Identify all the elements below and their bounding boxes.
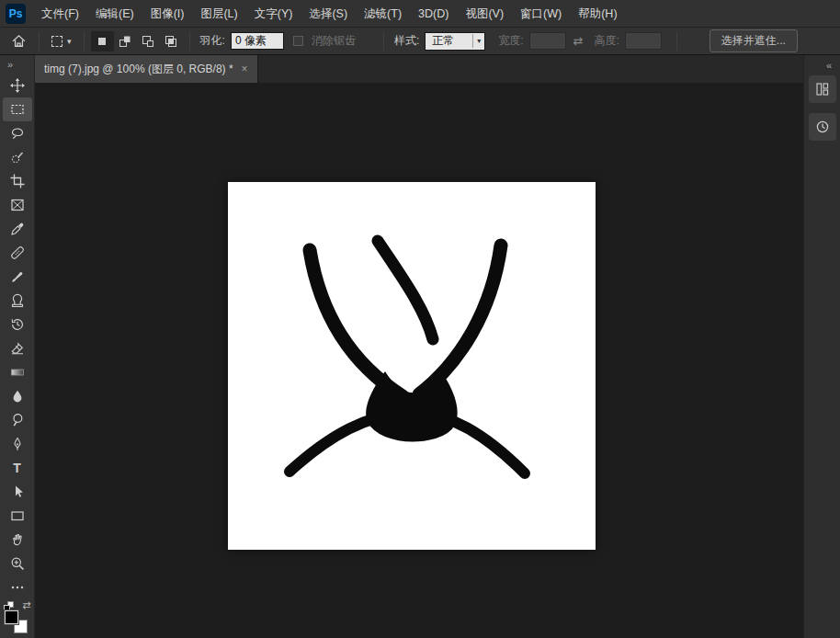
expand-tools-panel-icon[interactable]: »: [0, 55, 34, 74]
zoom-tool-icon: [10, 556, 25, 571]
brush-tool[interactable]: [3, 265, 32, 289]
history-brush-tool-icon: [10, 317, 25, 332]
chevron-down-icon: ▾: [472, 34, 484, 48]
brush-tool-icon: [10, 269, 25, 284]
clone-stamp-tool-icon: [10, 293, 25, 308]
document-image[interactable]: [228, 182, 596, 550]
path-selection-tool-icon: [10, 484, 25, 499]
marquee-preset-icon: [51, 36, 62, 47]
menu-item-view[interactable]: 视图(V): [457, 0, 512, 28]
spot-healing-brush-tool[interactable]: [3, 241, 32, 265]
menu-item-filter[interactable]: 滤镜(T): [356, 0, 410, 28]
eraser-tool-icon: [10, 341, 25, 356]
quick-selection-tool-icon: [10, 150, 25, 165]
eraser-tool[interactable]: [3, 336, 32, 360]
type-tool[interactable]: T: [3, 456, 32, 480]
gradient-tool[interactable]: [3, 360, 32, 384]
lasso-tool[interactable]: [3, 121, 32, 145]
close-tab-icon[interactable]: ×: [242, 63, 248, 75]
menu-item-window[interactable]: 窗口(W): [512, 0, 570, 28]
foreground-color-swatch[interactable]: [5, 610, 18, 624]
collapsed-panels-button[interactable]: [809, 75, 836, 103]
hand-tool[interactable]: [3, 528, 32, 552]
menu-item-help[interactable]: 帮助(H): [570, 0, 625, 28]
menu-item-image[interactable]: 图像(I): [142, 0, 193, 28]
dodge-tool[interactable]: [3, 408, 32, 432]
gradient-tool-icon: [10, 365, 25, 380]
menu-item-3d[interactable]: 3D(D): [410, 0, 457, 28]
menu-item-edit[interactable]: 编辑(E): [87, 0, 142, 28]
zoom-tool[interactable]: [3, 552, 32, 575]
style-select[interactable]: 正常 ▾: [425, 32, 485, 51]
blur-tool[interactable]: [3, 384, 32, 408]
add-to-selection-button[interactable]: [114, 31, 137, 51]
spot-healing-brush-tool-icon: [10, 245, 25, 260]
crop-tool[interactable]: [3, 169, 32, 193]
history-panel-button[interactable]: [809, 113, 836, 141]
menu-item-type[interactable]: 文字(Y): [246, 0, 301, 28]
height-label: 高度:: [594, 33, 619, 49]
edit-toolbar-button[interactable]: [3, 575, 32, 599]
separator: [383, 32, 384, 51]
ellipsis-icon: [10, 580, 25, 595]
swap-colors-icon[interactable]: ⇄: [22, 599, 30, 611]
canvas-area[interactable]: [35, 83, 803, 638]
crop-tool-icon: [10, 174, 25, 188]
panels-icon: [815, 82, 830, 97]
rectangle-tool-icon: [10, 508, 25, 523]
new-selection-button[interactable]: [91, 31, 114, 51]
menu-bar: Ps 文件(F) 编辑(E) 图像(I) 图层(L) 文字(Y) 选择(S) 滤…: [0, 0, 840, 28]
separator: [189, 32, 190, 51]
width-input[interactable]: [529, 32, 566, 50]
feather-input[interactable]: [231, 32, 284, 50]
subtract-from-selection-button[interactable]: [137, 31, 160, 51]
document-area: timg (7).jpg @ 100% (图层 0, RGB/8) * ×: [35, 55, 803, 638]
eyedropper-tool[interactable]: [3, 217, 32, 241]
style-label: 样式:: [394, 33, 419, 49]
chevron-down-icon: ▾: [67, 37, 72, 46]
width-label: 宽度:: [498, 33, 523, 49]
quick-selection-tool[interactable]: [3, 145, 32, 169]
eyedropper-tool-icon: [10, 222, 25, 236]
history-icon: [815, 120, 830, 134]
clone-stamp-tool[interactable]: [3, 289, 32, 313]
intersect-selection-icon: [164, 34, 178, 49]
photoshop-logo: Ps: [6, 4, 26, 24]
frame-tool[interactable]: [3, 193, 32, 217]
swap-width-height-icon[interactable]: ⇄: [566, 34, 591, 48]
document-tab[interactable]: timg (7).jpg @ 100% (图层 0, RGB/8) * ×: [35, 55, 258, 83]
menu-item-layer[interactable]: 图层(L): [192, 0, 245, 28]
tools-panel: »: [0, 55, 35, 638]
path-selection-tool[interactable]: [3, 480, 32, 504]
menu-item-select[interactable]: 选择(S): [301, 0, 356, 28]
select-and-mask-button[interactable]: 选择并遮住...: [709, 29, 798, 52]
home-button[interactable]: [0, 33, 32, 49]
antialias-checkbox[interactable]: [293, 36, 303, 46]
tool-preset-picker[interactable]: ▾: [46, 36, 77, 47]
height-input[interactable]: [625, 32, 662, 50]
intersect-selection-button[interactable]: [160, 31, 183, 51]
document-tab-title: timg (7).jpg @ 100% (图层 0, RGB/8) *: [44, 62, 233, 77]
rectangle-tool[interactable]: [3, 504, 32, 528]
move-tool[interactable]: [3, 74, 32, 97]
antialias-label: 消除锯齿: [312, 33, 356, 49]
subtract-selection-icon: [141, 34, 155, 49]
type-tool-icon: T: [13, 461, 21, 475]
color-swatch-cluster: ⇄: [4, 601, 31, 638]
rectangular-marquee-tool-icon: [10, 102, 25, 117]
move-tool-icon: [10, 78, 25, 93]
add-selection-icon: [118, 34, 132, 49]
pen-tool[interactable]: [3, 432, 32, 456]
history-brush-tool[interactable]: [3, 313, 32, 336]
separator: [39, 32, 40, 51]
separator: [84, 32, 85, 51]
separator: [676, 32, 677, 51]
home-icon: [11, 33, 27, 49]
style-select-value: 正常: [432, 33, 454, 49]
frame-tool-icon: [10, 198, 25, 212]
black-abstract-shape: [228, 182, 596, 550]
lasso-tool-icon: [10, 126, 25, 141]
rectangular-marquee-tool[interactable]: [3, 97, 32, 121]
collapse-panels-icon[interactable]: «: [826, 55, 840, 75]
menu-item-file[interactable]: 文件(F): [33, 0, 87, 28]
